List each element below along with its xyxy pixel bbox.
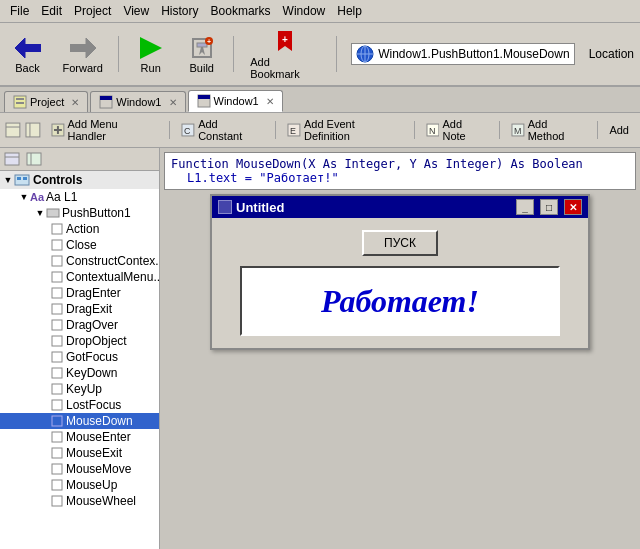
tabs-row: Project ✕ Window1 ✕ Window1 ✕ (0, 87, 640, 113)
svg-text:+: + (207, 38, 211, 45)
tree-item-dragenter[interactable]: DragEnter (0, 285, 159, 301)
tree-item-mw-icon (50, 494, 64, 508)
tree-item-dropobject[interactable]: DropObject (0, 333, 159, 349)
tree-item-contextual[interactable]: ContextualMenu... (0, 269, 159, 285)
controls-icon (14, 173, 30, 187)
tree-item-mousemove[interactable]: MouseMove (0, 461, 159, 477)
tree-item-mouseup[interactable]: MouseUp (0, 477, 159, 493)
location-bar[interactable]: Window1.PushButton1.MouseDown (351, 43, 574, 65)
svg-rect-48 (52, 256, 62, 266)
tree-item-keyup[interactable]: KeyUp (0, 381, 159, 397)
svg-text:M: M (514, 126, 521, 136)
sim-pusk-button[interactable]: ПУСК (362, 230, 438, 256)
tab-window1-active[interactable]: Window1 ✕ (188, 90, 283, 112)
svg-rect-54 (52, 352, 62, 362)
svg-rect-47 (52, 240, 62, 250)
menu-window[interactable]: Window (277, 2, 332, 20)
build-label: Build (189, 62, 213, 74)
tree-item-dex-label: DragExit (66, 302, 112, 316)
tab-window1-active-label: Window1 (214, 95, 259, 107)
tab-window1-first-close[interactable]: ✕ (169, 97, 177, 108)
tree-item-dragexit[interactable]: DragExit (0, 301, 159, 317)
tree-item-mouseenter[interactable]: MouseEnter (0, 429, 159, 445)
menu-file[interactable]: File (4, 2, 35, 20)
tree-pushbutton1[interactable]: ▼ PushButton1 (0, 205, 159, 221)
tree-item-gotfocus[interactable]: GotFocus (0, 349, 159, 365)
sim-close-button[interactable]: ✕ (564, 199, 582, 215)
tree-item-dobj-label: DropObject (66, 334, 127, 348)
svg-rect-49 (52, 272, 62, 282)
window1-active-tab-icon (197, 94, 211, 108)
secondary-toolbar-icon2 (24, 121, 42, 139)
tab-window1-first[interactable]: Window1 ✕ (90, 91, 185, 112)
menu-history[interactable]: History (155, 2, 204, 20)
add-bookmark-button[interactable]: + Add Bookmark (244, 26, 326, 82)
tree-item-mouseexit[interactable]: MouseExit (0, 445, 159, 461)
tab-project[interactable]: Project ✕ (4, 91, 88, 112)
add-note-icon: N (426, 123, 440, 137)
add-event-definition-button[interactable]: E Add Event Definition (280, 115, 410, 145)
tree-item-do-label: DragOver (66, 318, 118, 332)
tree-item-kd-icon (50, 366, 64, 380)
left-toolbar-btn1[interactable] (2, 150, 22, 168)
build-button[interactable]: + Build (180, 32, 223, 76)
tree-area[interactable]: ▼ Controls ▼ Aa Aa L1 ▼ (0, 171, 159, 549)
controls-section[interactable]: ▼ Controls (0, 171, 159, 189)
project-tab-icon (13, 95, 27, 109)
tree-item-de-icon (50, 286, 64, 300)
tree-item-lostfocus[interactable]: LostFocus (0, 397, 159, 413)
forward-button[interactable]: Forward (57, 32, 108, 76)
tab-project-label: Project (30, 96, 64, 108)
tree-item-de-label: DragEnter (66, 286, 121, 300)
toolbar2-sep4 (499, 121, 500, 139)
sim-window: Untitled _ □ ✕ ПУСК Работает! (210, 194, 590, 350)
menu-bookmarks[interactable]: Bookmarks (205, 2, 277, 20)
menu-view[interactable]: View (117, 2, 155, 20)
tree-aa-l1[interactable]: ▼ Aa Aa L1 (0, 189, 159, 205)
svg-rect-38 (5, 153, 19, 165)
add-note-button[interactable]: N Add Note (419, 115, 495, 145)
run-button[interactable]: Run (129, 32, 172, 76)
tab-project-close[interactable]: ✕ (71, 97, 79, 108)
tree-item-action[interactable]: Action (0, 221, 159, 237)
add-constant-icon: C (181, 123, 195, 137)
tree-item-cc-icon (50, 254, 64, 268)
add-menu-handler-button[interactable]: Add Menu Handler (44, 115, 166, 145)
build-icon: + (186, 34, 218, 62)
add-method-button[interactable]: M Add Method (504, 115, 594, 145)
svg-marker-7 (199, 47, 205, 55)
svg-rect-17 (16, 98, 24, 100)
code-hint: L1.text = "Работает!" (171, 171, 629, 185)
add-button[interactable]: Add (602, 121, 636, 139)
menu-project[interactable]: Project (68, 2, 117, 20)
svg-rect-43 (17, 177, 21, 180)
back-button[interactable]: Back (6, 32, 49, 76)
tree-item-me-icon (50, 430, 64, 444)
svg-rect-3 (70, 44, 88, 52)
tree-item-dragover[interactable]: DragOver (0, 317, 159, 333)
tree-item-close-icon (50, 238, 64, 252)
sim-minimize-button[interactable]: _ (516, 199, 534, 215)
pushbutton1-icon (46, 206, 60, 220)
menu-bar: File Edit Project View History Bookmarks… (0, 0, 640, 23)
tree-item-keydown[interactable]: KeyDown (0, 365, 159, 381)
tree-item-close[interactable]: Close (0, 237, 159, 253)
location-label: Location (589, 47, 634, 61)
tree-item-mousedown[interactable]: MouseDown (0, 413, 159, 429)
menu-help[interactable]: Help (331, 2, 368, 20)
left-toolbar-btn2[interactable] (24, 150, 44, 168)
pushbutton1-label: PushButton1 (62, 206, 131, 220)
tree-item-mousewheel[interactable]: MouseWheel (0, 493, 159, 509)
svg-text:C: C (184, 126, 191, 136)
tree-item-mm-label: MouseMove (66, 462, 131, 476)
tree-item-dobj-icon (50, 334, 64, 348)
tree-item-mu-icon (50, 478, 64, 492)
bookmark-icon: + (269, 28, 301, 56)
code-area: Function MouseDown(X As Integer, Y As In… (164, 152, 636, 190)
sim-maximize-button[interactable]: □ (540, 199, 558, 215)
add-constant-button[interactable]: C Add Constant (174, 115, 271, 145)
tab-window1-active-close[interactable]: ✕ (266, 96, 274, 107)
back-label: Back (15, 62, 39, 74)
menu-edit[interactable]: Edit (35, 2, 68, 20)
tree-item-constructcontext[interactable]: ConstructContex... (0, 253, 159, 269)
